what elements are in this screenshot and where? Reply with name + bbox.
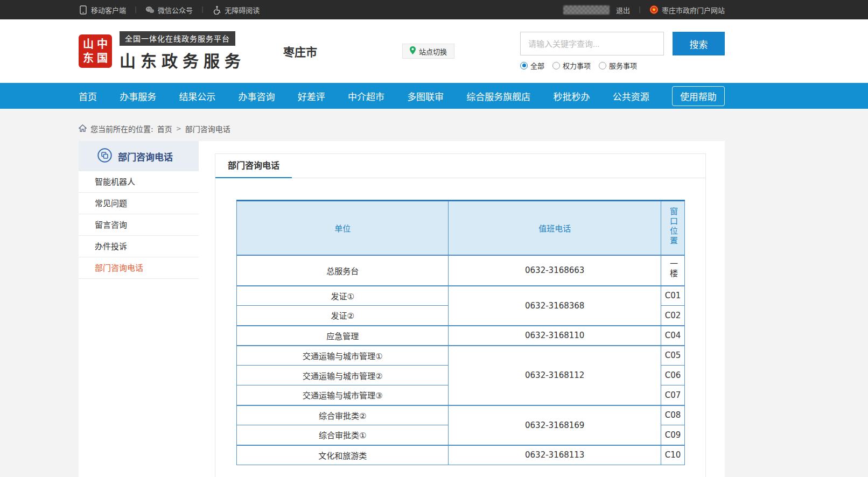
nav-item-4[interactable]: 好差评 [298,89,325,103]
seal-char: 东 [82,52,95,65]
topbar-right: 退出 | 枣庄市政府门户网站 [563,5,725,15]
accessibility-link[interactable]: 无障碍阅读 [212,5,260,15]
radio-icon [520,62,528,69]
seal-char: 国 [96,52,109,65]
search-scope-radios: 全部权力事项服务事项 [520,60,725,71]
breadcrumb-current: 部门咨询电话 [185,123,230,134]
nav-item-7[interactable]: 综合服务旗舰店 [466,89,530,103]
sidebar-item-2[interactable]: 留言咨询 [79,214,199,236]
location-pin-icon [410,46,416,56]
search-input[interactable] [520,32,664,55]
window-cell: C09 [661,425,684,445]
wechat-label: 微信公众号 [158,5,193,15]
mobile-icon [79,5,88,15]
phone-cell: 0632-3168169 [449,405,661,445]
portal-label: 枣庄市政府门户网站 [662,5,725,15]
nav-item-1[interactable]: 办事服务 [120,89,156,103]
search-button[interactable]: 搜索 [673,32,725,55]
portal-link[interactable]: 枣庄市政府门户网站 [649,5,725,15]
logout-link[interactable]: 退出 [616,5,630,15]
window-vertical-text: 一楼 [668,259,677,279]
unit-cell: 文化和旅游类 [237,445,449,465]
sidebar-item-3[interactable]: 办件投诉 [79,236,199,257]
unit-cell: 总服务台 [237,255,449,286]
tab-bar: 部门咨询电话 [215,154,705,178]
nav-items: 首页办事服务结果公示办事咨询好差评中介超市多图联审综合服务旗舰店秒批秒办公共资源… [79,83,725,109]
divider: | [199,6,206,13]
unit-cell: 综合审批类② [237,405,449,425]
wechat-icon [145,5,155,15]
sidebar-items: 智能机器人常见问题留言咨询办件投诉部门咨询电话 [79,171,199,279]
phone-cell: 0632-3168368 [449,286,661,326]
divider: | [636,6,643,13]
site-logo[interactable]: 山 中 东 国 全国一体化在线政务服务平台 山东政务服务 [79,31,246,72]
site-name: 山东政务服务 [120,48,246,72]
accessibility-icon [212,5,221,15]
main-nav: 首页办事服务结果公示办事咨询好差评中介超市多图联审综合服务旗舰店秒批秒办公共资源… [0,83,868,109]
breadcrumb-separator: > [176,125,181,132]
phone-directory-icon [97,148,112,165]
nav-item-8[interactable]: 秒批秒办 [554,89,590,103]
seal-char: 山 [82,38,95,51]
phone-cell: 0632-3168663 [449,255,661,286]
topbar-left: 移动客户端 | 微信公众号 | 无障碍阅读 [79,5,260,15]
window-cell: C07 [661,385,684,405]
breadcrumb-home-link[interactable]: 首页 [157,123,172,134]
nav-item-2[interactable]: 结果公示 [179,89,215,103]
unit-cell: 发证① [237,286,449,306]
nav-item-9[interactable]: 公共资源 [613,89,649,103]
nav-item-10[interactable]: 使用帮助 [672,86,725,106]
nav-item-5[interactable]: 中介超市 [348,89,384,103]
wechat-link[interactable]: 微信公众号 [145,5,193,15]
nav-item-6[interactable]: 多图联审 [407,89,444,103]
breadcrumb-prefix: 您当前所在的位置: [90,123,153,134]
home-icon [79,124,87,134]
window-cell: C08 [661,405,684,425]
unit-cell: 发证② [237,306,449,326]
mobile-client-link[interactable]: 移动客户端 [79,5,126,15]
sidebar-item-1[interactable]: 常见问题 [79,193,199,214]
window-cell: C05 [661,346,684,366]
search-scope-label: 全部 [530,60,544,71]
column-header-phone: 值班电话 [449,201,661,255]
sidebar-item-0[interactable]: 智能机器人 [79,171,199,193]
unit-cell: 交通运输与城市管理② [237,366,449,385]
search-scope-label: 权力事项 [563,60,591,71]
sidebar-item-4[interactable]: 部门咨询电话 [79,257,199,279]
shandong-seal-logo: 山 中 东 国 [79,34,112,68]
search-scope-0[interactable]: 全部 [520,60,544,71]
tab-department-phones[interactable]: 部门咨询电话 [215,154,292,178]
nav-item-0[interactable]: 首页 [79,89,97,103]
table-row: 综合审批类②0632-3168169C08 [237,405,685,425]
breadcrumb: 您当前所在的位置: 首页 > 部门咨询电话 [79,123,725,134]
divider: | [132,6,139,13]
city-name: 枣庄市 [283,43,317,59]
radio-icon [599,62,606,69]
content-panel: 部门咨询电话 智能机器人常见问题留言咨询办件投诉部门咨询电话 部门咨询电话 单位… [79,141,725,477]
phone-cell: 0632-3168110 [449,326,661,346]
table-row: 文化和旅游类0632-3168113C10 [237,445,685,465]
username-redacted [563,5,610,15]
search-scope-1[interactable]: 权力事项 [552,60,591,71]
window-cell: C04 [661,326,684,346]
search-scope-2[interactable]: 服务事项 [599,60,637,71]
seal-char: 中 [96,38,109,51]
platform-badge: 全国一体化在线政务服务平台 [120,31,235,46]
site-switch-button[interactable]: 站点切换 [402,44,454,59]
sidebar-title: 部门咨询电话 [118,150,173,163]
radio-icon [552,62,560,69]
table-row: 发证①0632-3168368C01 [237,286,685,306]
phone-cell: 0632-3168113 [449,445,661,465]
table-row: 应急管理0632-3168110C04 [237,326,685,346]
mobile-client-label: 移动客户端 [91,5,126,15]
column-header-unit: 单位 [237,201,449,255]
column-header-window: 窗口位置 [661,201,684,255]
window-cell: 一楼 [661,255,684,286]
window-cell: C10 [661,445,684,465]
sidebar: 部门咨询电话 智能机器人常见问题留言咨询办件投诉部门咨询电话 [79,141,199,279]
accessibility-label: 无障碍阅读 [225,5,260,15]
unit-cell: 交通运输与城市管理① [237,346,449,366]
nav-item-3[interactable]: 办事咨询 [239,89,275,103]
phone-cell: 0632-3168112 [449,346,661,405]
site-switch-label: 站点切换 [419,46,447,57]
